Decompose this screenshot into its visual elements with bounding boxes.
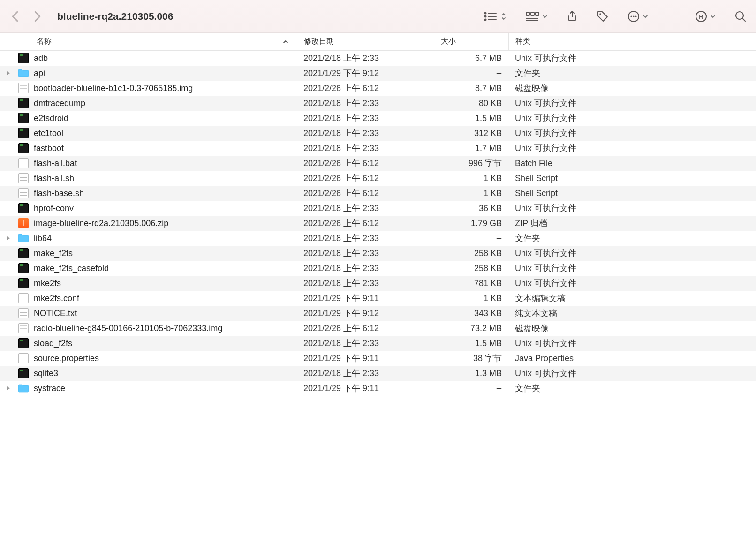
- registered-icon: R: [695, 10, 707, 23]
- grid-icon: [525, 11, 539, 22]
- file-name: fastboot: [34, 144, 64, 153]
- file-row[interactable]: NOTICE.txt2021/1/29 下午 9:12343 KB纯文本文稿: [0, 306, 756, 321]
- file-row[interactable]: systrace2021/1/29 下午 9:11--文件夹: [0, 381, 756, 396]
- view-list-button[interactable]: [484, 11, 507, 22]
- file-date: 2021/2/18 上午 2:33: [297, 278, 434, 289]
- file-kind: Unix 可执行文件: [508, 128, 756, 139]
- file-size: --: [434, 234, 508, 243]
- file-row[interactable]: adb2021/2/18 上午 2:336.7 MBUnix 可执行文件: [0, 51, 756, 66]
- file-row[interactable]: etc1tool2021/2/18 上午 2:33312 KBUnix 可执行文…: [0, 126, 756, 141]
- file-row[interactable]: bootloader-blueline-b1c1-0.3-7065185.img…: [0, 81, 756, 96]
- file-kind: Shell Script: [508, 174, 756, 183]
- file-kind: Unix 可执行文件: [508, 98, 756, 109]
- file-kind: Unix 可执行文件: [508, 278, 756, 289]
- disclosure[interactable]: [0, 70, 17, 76]
- file-date: 2021/2/26 上午 6:12: [297, 173, 434, 184]
- file-row[interactable]: dmtracedump2021/2/18 上午 2:3380 KBUnix 可执…: [0, 96, 756, 111]
- file-name: image-blueline-rq2a.210305.006.zip: [34, 219, 168, 228]
- file-size: 1.5 MB: [434, 113, 508, 123]
- file-name: radio-blueline-g845-00166-210105-b-70623…: [34, 324, 222, 333]
- terminal-icon: [18, 278, 29, 288]
- file-row[interactable]: fastboot2021/2/18 上午 2:331.7 MBUnix 可执行文…: [0, 141, 756, 156]
- file-row[interactable]: sqlite32021/2/18 上午 2:331.3 MBUnix 可执行文件: [0, 366, 756, 381]
- file-name: etc1tool: [34, 128, 63, 138]
- registered-button[interactable]: R: [695, 10, 716, 23]
- file-kind: 文本编辑文稿: [508, 293, 756, 304]
- column-name-header[interactable]: 名称: [0, 33, 297, 50]
- back-button[interactable]: [9, 11, 21, 22]
- tag-icon: [597, 10, 609, 23]
- file-size: 1 KB: [434, 294, 508, 303]
- svg-point-13: [630, 15, 632, 17]
- file-date: 2021/2/26 上午 6:12: [297, 83, 434, 94]
- svg-rect-6: [526, 12, 529, 15]
- file-size: --: [434, 68, 508, 78]
- file-name: dmtracedump: [34, 98, 85, 108]
- file-name: flash-all.sh: [34, 174, 74, 183]
- svg-point-4: [485, 15, 486, 17]
- chevron-down-icon: [710, 14, 716, 19]
- file-date: 2021/2/18 上午 2:33: [297, 248, 434, 259]
- column-size-header[interactable]: 大小: [434, 33, 508, 50]
- file-name: NOTICE.txt: [34, 309, 77, 318]
- disk-image-icon: [18, 323, 29, 333]
- column-kind-header[interactable]: 种类: [508, 33, 756, 50]
- svg-rect-8: [536, 12, 539, 15]
- svg-point-14: [633, 15, 634, 17]
- file-row[interactable]: sload_f2fs2021/2/18 上午 2:331.5 MBUnix 可执…: [0, 336, 756, 351]
- disclosure[interactable]: [0, 235, 17, 241]
- file-row[interactable]: mke2fs2021/2/18 上午 2:33781 KBUnix 可执行文件: [0, 276, 756, 291]
- file-date: 2021/2/18 上午 2:33: [297, 128, 434, 139]
- more-button[interactable]: [627, 10, 648, 23]
- file-row[interactable]: image-blueline-rq2a.210305.006.zip2021/2…: [0, 216, 756, 231]
- forward-button[interactable]: [32, 11, 43, 22]
- share-button[interactable]: [567, 10, 578, 23]
- folder-icon: [18, 384, 29, 393]
- file-size: 1.5 MB: [434, 339, 508, 348]
- file-date: 2021/2/26 上午 6:12: [297, 158, 434, 169]
- file-date: 2021/2/18 上午 2:33: [297, 53, 434, 64]
- file-row[interactable]: hprof-conv2021/2/18 上午 2:3336 KBUnix 可执行…: [0, 201, 756, 216]
- file-name: flash-all.bat: [34, 159, 77, 168]
- search-icon: [734, 10, 747, 23]
- file-kind: Unix 可执行文件: [508, 113, 756, 124]
- file-row[interactable]: flash-all.bat2021/2/26 上午 6:12996 字节Batc…: [0, 156, 756, 171]
- file-date: 2021/1/29 下午 9:11: [297, 293, 434, 304]
- updown-icon: [501, 12, 507, 21]
- file-row[interactable]: e2fsdroid2021/2/18 上午 2:331.5 MBUnix 可执行…: [0, 111, 756, 126]
- file-kind: Java Properties: [508, 354, 756, 363]
- file-row[interactable]: flash-base.sh2021/2/26 上午 6:121 KBShell …: [0, 186, 756, 201]
- file-date: 2021/1/29 下午 9:11: [297, 383, 434, 394]
- file-row[interactable]: lib642021/2/18 上午 2:33--文件夹: [0, 231, 756, 246]
- file-row[interactable]: flash-all.sh2021/2/26 上午 6:121 KBShell S…: [0, 171, 756, 186]
- file-row[interactable]: radio-blueline-g845-00166-210105-b-70623…: [0, 321, 756, 336]
- svg-point-11: [599, 13, 601, 15]
- column-date-header[interactable]: 修改日期: [297, 33, 434, 50]
- file-size: 781 KB: [434, 279, 508, 288]
- terminal-icon: [18, 98, 29, 108]
- file-row[interactable]: make_f2fs2021/2/18 上午 2:33258 KBUnix 可执行…: [0, 246, 756, 261]
- file-row[interactable]: mke2fs.conf2021/1/29 下午 9:111 KB文本编辑文稿: [0, 291, 756, 306]
- file-date: 2021/2/18 上午 2:33: [297, 203, 434, 214]
- terminal-icon: [18, 128, 29, 138]
- file-row[interactable]: source.properties2021/1/29 下午 9:1138 字节J…: [0, 351, 756, 366]
- file-date: 2021/2/26 上午 6:12: [297, 218, 434, 229]
- file-size: 8.7 MB: [434, 83, 508, 93]
- svg-point-5: [485, 19, 486, 20]
- file-row[interactable]: make_f2fs_casefold2021/2/18 上午 2:33258 K…: [0, 261, 756, 276]
- column-name-label: 名称: [37, 37, 52, 46]
- chevron-down-icon: [542, 14, 548, 19]
- tags-button[interactable]: [597, 10, 609, 23]
- file-name: flash-base.sh: [34, 189, 84, 198]
- file-name: api: [34, 68, 45, 78]
- file-row[interactable]: api2021/1/29 下午 9:12--文件夹: [0, 66, 756, 81]
- disk-image-icon: [18, 83, 29, 93]
- column-size-label: 大小: [441, 37, 456, 46]
- view-grid-button[interactable]: [525, 11, 548, 22]
- search-button[interactable]: [734, 10, 747, 23]
- file-size: --: [434, 384, 508, 393]
- disclosure-right-icon: [6, 385, 11, 391]
- file-list[interactable]: adb2021/2/18 上午 2:336.7 MBUnix 可执行文件api2…: [0, 51, 756, 396]
- file-icon: [18, 158, 29, 168]
- disclosure[interactable]: [0, 385, 17, 391]
